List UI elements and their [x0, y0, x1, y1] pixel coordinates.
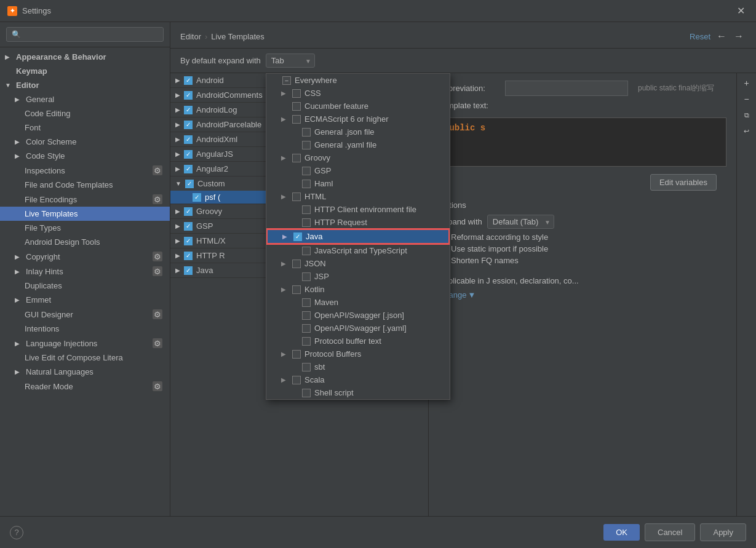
nav-back-button[interactable]: ←	[714, 30, 729, 43]
group-header[interactable]: ▼ ✓ Custom	[170, 177, 428, 191]
sidebar-item-label: Natural Languages	[26, 367, 94, 376]
sidebar-item-live-templates[interactable]: Live Templates	[0, 207, 170, 221]
template-text-area[interactable]: public s	[439, 117, 726, 167]
sidebar-item-language-injections[interactable]: ▶ Language Injections ⚙	[0, 336, 170, 351]
sidebar-item-file-code-templates[interactable]: File and Code Templates	[0, 178, 170, 192]
edit-variables-button[interactable]: Edit variables	[650, 174, 717, 191]
shorten-fq-checkbox[interactable]: ✓	[439, 256, 447, 265]
expand-arrow: ▶	[5, 54, 12, 60]
options-title: Options	[439, 201, 726, 210]
abbreviation-input[interactable]	[505, 81, 628, 96]
sidebar-item-label: File Types	[25, 223, 61, 232]
expand-select[interactable]: Tab	[266, 54, 315, 68]
change-arrow-icon: ▼	[468, 290, 476, 300]
sidebar-item-editor[interactable]: ▼ Editor	[0, 78, 170, 92]
sidebar-item-duplicates[interactable]: Duplicates	[0, 279, 170, 293]
group-header[interactable]: ▶ ✓ Groovy	[170, 204, 428, 218]
sidebar-item-file-encodings[interactable]: File Encodings ⚙	[0, 192, 170, 207]
expand-arrow: ▶	[15, 96, 22, 103]
sidebar-item-live-edit[interactable]: Live Edit of Compose Litera	[0, 351, 170, 365]
option-static-import-row: Use static import if possible	[439, 244, 726, 253]
sidebar-item-label: Inlay Hints	[26, 267, 63, 276]
sidebar-item-file-types[interactable]: File Types	[0, 221, 170, 235]
sidebar-item-color-scheme[interactable]: ▶ Color Scheme	[0, 135, 170, 149]
sidebar-item-natural-languages[interactable]: ▶ Natural Languages	[0, 365, 170, 379]
copy-button[interactable]: ⧉	[739, 108, 754, 122]
expand-arrow: ▶	[175, 77, 180, 84]
group-checkbox[interactable]: ✓	[184, 150, 193, 159]
item-checkbox[interactable]: ✓	[193, 193, 201, 202]
expand-arrow: ▶	[175, 106, 180, 113]
sidebar-item-reader-mode[interactable]: Reader Mode ⚙	[0, 379, 170, 394]
group-header[interactable]: ▶ ✓ GSP	[170, 219, 428, 233]
sidebar-item-inlay-hints[interactable]: ▶ Inlay Hints ⚙	[0, 264, 170, 279]
sidebar-item-label: Code Style	[26, 151, 65, 161]
sidebar-item-intentions[interactable]: Intentions	[0, 322, 170, 336]
group-checkbox[interactable]: ✓	[185, 180, 194, 188]
sidebar-item-inspections[interactable]: Inspections ⚙	[0, 163, 170, 178]
group-checkbox[interactable]: ✓	[184, 76, 193, 85]
group-header[interactable]: ▶ ✓ AndroidXml	[170, 132, 428, 146]
sidebar-item-android-design-tools[interactable]: Android Design Tools	[0, 235, 170, 249]
template-group-android5: ▶ ✓ AndroidXml	[170, 132, 428, 147]
expand-with-select[interactable]: Default (Tab)	[487, 215, 554, 229]
static-import-checkbox[interactable]	[439, 245, 447, 253]
sidebar-item-label: Font	[25, 123, 41, 132]
sidebar-item-label: Keymap	[16, 66, 47, 76]
sidebar-item-keymap[interactable]: Keymap	[0, 64, 170, 78]
ok-button[interactable]: OK	[603, 524, 640, 541]
option-shorten-fq-row: ✓ Shorten FQ names	[439, 256, 726, 265]
applicable-context: ession, declaration, co...	[492, 276, 578, 285]
group-header[interactable]: ▶ ✓ AngularJS	[170, 147, 428, 161]
sidebar-item-gui-designer[interactable]: GUI Designer ⚙	[0, 307, 170, 322]
template-item-psf[interactable]: ✓ psf (	[170, 191, 428, 204]
undo-button[interactable]: ↩	[739, 124, 754, 138]
group-checkbox[interactable]: ✓	[184, 165, 193, 173]
group-checkbox[interactable]: ✓	[184, 222, 193, 231]
group-header[interactable]: ▶ ✓ Android	[170, 73, 428, 87]
apply-button[interactable]: Apply	[700, 523, 746, 541]
group-header[interactable]: ▶ ✓ HTTP R	[170, 248, 428, 263]
group-checkbox[interactable]: ✓	[184, 121, 193, 129]
search-input[interactable]	[6, 27, 164, 42]
sidebar-item-general[interactable]: ▶ General	[0, 92, 170, 106]
group-checkbox[interactable]: ✓	[184, 266, 193, 275]
sidebar-item-emmet[interactable]: ▶ Emmet	[0, 293, 170, 307]
template-group-custom: ▼ ✓ Custom ✓ psf (	[170, 177, 428, 204]
remove-button[interactable]: −	[739, 92, 754, 106]
sidebar-item-code-style[interactable]: ▶ Code Style	[0, 149, 170, 163]
template-list: ▶ ✓ Android ▶ ✓ AndroidComments	[170, 73, 429, 516]
group-header[interactable]: ▶ ✓ Java	[170, 263, 428, 277]
cancel-button[interactable]: Cancel	[645, 523, 695, 541]
sidebar-item-copyright[interactable]: ▶ Copyright ⚙	[0, 249, 170, 264]
group-checkbox[interactable]: ✓	[184, 252, 193, 260]
reset-button[interactable]: Reset	[690, 32, 710, 41]
nav-forward-button[interactable]: →	[731, 30, 746, 43]
group-checkbox[interactable]: ✓	[184, 237, 193, 245]
add-button[interactable]: +	[739, 76, 754, 90]
group-checkbox[interactable]: ✓	[184, 135, 193, 144]
reformat-checkbox[interactable]	[439, 233, 447, 242]
group-header[interactable]: ▶ ✓ Angular2	[170, 162, 428, 176]
group-header[interactable]: ▶ ✓ HTML/X	[170, 234, 428, 248]
group-checkbox[interactable]: ✓	[184, 91, 193, 100]
group-checkbox[interactable]: ✓	[184, 207, 193, 216]
template-group-angular1: ▶ ✓ AngularJS	[170, 147, 428, 162]
group-header[interactable]: ▶ ✓ AndroidLog	[170, 103, 428, 117]
app-icon: ✦	[7, 6, 17, 16]
help-button[interactable]: ?	[10, 526, 23, 539]
group-header[interactable]: ▶ ✓ AndroidParcelable	[170, 117, 428, 132]
abbreviation-row: Abbreviation: public static final的缩写	[429, 78, 736, 98]
group-checkbox[interactable]: ✓	[184, 106, 193, 114]
template-text-row: Template text:	[429, 98, 736, 113]
main-panel: Editor › Live Templates Reset ← → By def…	[170, 22, 756, 516]
expand-arrow: ▶	[15, 268, 22, 275]
sidebar-item-code-editing[interactable]: Code Editing	[0, 106, 170, 121]
sidebar-item-font[interactable]: Font	[0, 121, 170, 135]
template-group-android2: ▶ ✓ AndroidComments	[170, 88, 428, 103]
change-link[interactable]: Change ▼	[439, 290, 726, 300]
sidebar-item-appearance[interactable]: ▶ Appearance & Behavior	[0, 50, 170, 64]
close-button[interactable]: ✕	[733, 4, 749, 18]
group-header[interactable]: ▶ ✓ AndroidComments	[170, 88, 428, 102]
nav-buttons: ← →	[714, 30, 746, 43]
